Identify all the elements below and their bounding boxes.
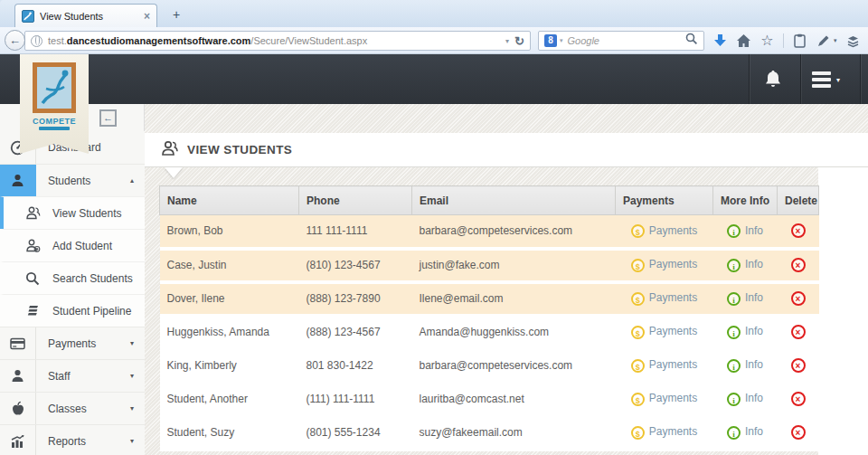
col-header-delete[interactable]: Delete — [778, 186, 819, 215]
back-button[interactable]: ← — [5, 30, 25, 51]
page-title-band: VIEW STUDENTS — [145, 133, 868, 167]
sidebar-item-staff[interactable]: Staff ▾ — [0, 359, 145, 392]
cell-delete[interactable]: × — [778, 316, 819, 349]
cell-info[interactable]: iInfo — [713, 383, 778, 416]
url-bar[interactable]: test.dancestudiomanagementsoftware.com/S… — [24, 31, 531, 51]
clipboard-icon[interactable] — [792, 33, 807, 49]
table-row: King, Kimberly 801 830-1422 barbara@comp… — [160, 349, 819, 383]
info-link[interactable]: Info — [745, 291, 763, 304]
compete-logo[interactable]: COMPETE — [20, 54, 89, 154]
sidebar-item-add-student[interactable]: Add Student — [0, 229, 145, 261]
sidebar-collapse-button[interactable]: ← — [99, 109, 117, 127]
cell-payments[interactable]: $Payments — [616, 316, 713, 349]
sidebar-item-payments[interactable]: Payments ▾ — [0, 327, 145, 359]
header-separator — [800, 54, 801, 104]
delete-icon[interactable]: × — [791, 358, 806, 373]
cell-delete[interactable]: × — [778, 349, 819, 383]
stacked-chevrons-icon[interactable] — [845, 33, 861, 49]
delete-icon[interactable]: × — [791, 258, 806, 272]
google-logo-icon[interactable]: 8 — [544, 34, 557, 47]
site-favicon-icon — [22, 10, 34, 23]
dollar-icon: $ — [631, 259, 645, 272]
cell-payments[interactable]: $Payments — [616, 282, 713, 316]
info-link[interactable]: Info — [745, 258, 763, 270]
search-input[interactable]: Google — [568, 35, 685, 46]
tab-close-icon[interactable]: × — [144, 10, 150, 23]
main-content: VIEW STUDENTS Name Phone Email Payments … — [145, 104, 868, 455]
cell-delete[interactable]: × — [778, 416, 819, 450]
cell-name: Student, Suzy — [160, 416, 299, 450]
reload-icon[interactable]: ↻ — [514, 34, 524, 48]
info-link[interactable]: Info — [745, 392, 763, 404]
downloads-icon[interactable] — [712, 33, 728, 49]
col-header-email[interactable]: Email — [412, 186, 616, 215]
payments-link[interactable]: Payments — [649, 291, 697, 304]
new-tab-button[interactable]: + — [165, 6, 188, 24]
info-link[interactable]: Info — [745, 358, 763, 371]
payments-link[interactable]: Payments — [649, 325, 697, 337]
search-engine-dropdown-icon[interactable]: ▾ — [560, 37, 563, 44]
cell-payments[interactable]: $Payments — [616, 349, 713, 383]
search-magnifier-icon[interactable] — [685, 33, 698, 49]
cell-delete[interactable]: × — [778, 215, 819, 249]
col-header-more-info[interactable]: More Info — [713, 186, 778, 215]
payments-link[interactable]: Payments — [649, 224, 697, 237]
cell-payments[interactable]: $Payments — [616, 383, 713, 416]
payments-link[interactable]: Payments — [649, 258, 697, 270]
dollar-icon: $ — [631, 426, 645, 440]
info-icon: i — [727, 359, 741, 373]
search-box[interactable]: 8 ▾ Google — [538, 31, 704, 51]
payments-link[interactable]: Payments — [649, 425, 697, 438]
title-band-notch — [165, 167, 183, 178]
cell-info[interactable]: iInfo — [713, 349, 778, 383]
sidebar-item-students[interactable]: Students ▴ — [0, 164, 145, 196]
cell-delete[interactable]: × — [778, 282, 819, 316]
table-header-row: Name Phone Email Payments More Info Dele… — [160, 186, 819, 215]
sidebar-menu: Dashboard Students ▴ View Students A — [0, 131, 145, 455]
sidebar-item-label: Staff — [48, 370, 130, 383]
col-header-name[interactable]: Name — [160, 186, 299, 215]
url-dropdown-icon[interactable]: ▾ — [505, 37, 509, 45]
app-menu-button[interactable]: ▾ — [812, 69, 854, 90]
home-icon[interactable] — [736, 33, 751, 49]
delete-icon[interactable]: × — [791, 325, 806, 339]
caret-down-icon: ▾ — [130, 437, 134, 445]
info-link[interactable]: Info — [745, 325, 763, 337]
highlighter-dropdown-icon[interactable]: ▾ — [834, 37, 837, 44]
col-header-phone[interactable]: Phone — [299, 186, 412, 215]
cell-info[interactable]: iInfo — [713, 282, 778, 316]
cell-delete[interactable]: × — [778, 383, 819, 416]
cell-payments[interactable]: $Payments — [616, 215, 713, 249]
cell-payments[interactable]: $Payments — [616, 249, 713, 282]
highlighter-icon[interactable] — [816, 33, 831, 49]
page-title: VIEW STUDENTS — [187, 143, 292, 156]
cell-delete[interactable]: × — [778, 249, 819, 282]
delete-icon[interactable]: × — [791, 392, 806, 406]
tab-view-students[interactable]: View Students × — [14, 4, 157, 27]
info-link[interactable]: Info — [745, 425, 763, 438]
cell-payments[interactable]: $Payments — [616, 416, 713, 450]
notifications-bell-icon[interactable] — [760, 67, 787, 92]
cell-info[interactable]: iInfo — [713, 316, 778, 349]
students-table-body: Brown, Bob 111 111-1111 barbara@competes… — [160, 215, 819, 450]
bookmark-star-icon[interactable]: ☆ — [760, 33, 775, 49]
col-header-payments[interactable]: Payments — [616, 186, 713, 215]
delete-icon[interactable]: × — [791, 425, 806, 440]
sidebar-item-classes[interactable]: Classes ▾ — [0, 392, 145, 424]
payments-link[interactable]: Payments — [649, 392, 697, 404]
sidebar-item-student-pipeline[interactable]: Student Pipeline — [0, 294, 145, 327]
delete-icon[interactable]: × — [791, 223, 806, 238]
sidebar-item-reports[interactable]: Reports ▾ — [0, 424, 145, 455]
logo-dancer-image — [33, 62, 76, 113]
globe-icon — [31, 35, 42, 47]
payments-link[interactable]: Payments — [649, 358, 697, 371]
browser-window: View Students × + ← test.dancestudiomana… — [0, 0, 868, 455]
delete-icon[interactable]: × — [791, 291, 806, 306]
sidebar-item-search-students[interactable]: Search Students — [0, 261, 145, 294]
info-link[interactable]: Info — [745, 224, 763, 237]
sidebar-item-view-students[interactable]: View Students — [0, 196, 145, 229]
cell-info[interactable]: iInfo — [713, 215, 778, 249]
sidebar-item-label: Students — [48, 175, 130, 187]
cell-info[interactable]: iInfo — [713, 416, 778, 450]
cell-info[interactable]: iInfo — [713, 249, 778, 282]
